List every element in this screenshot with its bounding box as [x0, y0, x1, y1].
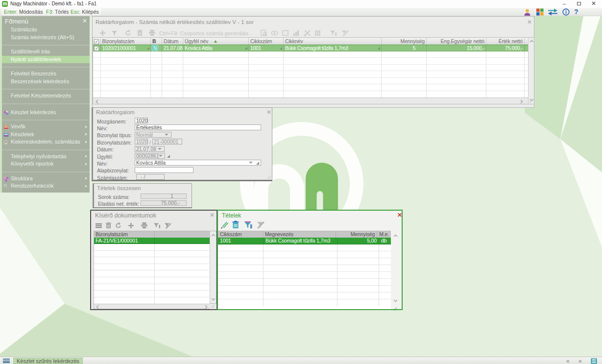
- filter-clear-icon[interactable]: [164, 221, 172, 230]
- header-ertek-netto[interactable]: Érték nettó: [486, 38, 525, 45]
- table-row-selected[interactable]: 1001 Bükk Csomagolt tűzifa 1,7m3 5,00 db: [218, 238, 391, 244]
- window-close-icon[interactable]: ✕: [396, 212, 403, 218]
- sidebar-close-icon[interactable]: ✕: [81, 17, 88, 24]
- dropdown-icon[interactable]: [159, 155, 163, 157]
- dialog-close-icon[interactable]: ✕: [265, 109, 272, 116]
- sidebar-item-keszlet-lekerdezes[interactable]: Készlet lekérdezés: [2, 109, 90, 117]
- close-button[interactable]: ✕: [587, 0, 601, 7]
- horizontal-scrollbar[interactable]: [94, 304, 210, 309]
- header-cikkszam[interactable]: Cikkszám: [249, 38, 284, 45]
- header-cikknev[interactable]: Cikknév: [284, 38, 382, 45]
- header-me[interactable]: M.e.: [377, 231, 391, 238]
- restore-button[interactable]: [572, 0, 586, 7]
- scroll-down-icon[interactable]: [393, 298, 398, 303]
- lookup-corner-icon[interactable]: [256, 162, 259, 165]
- scroll-left-icon[interactable]: [96, 305, 100, 309]
- window-icon[interactable]: [281, 29, 289, 37]
- scroll-up-icon[interactable]: [393, 234, 398, 238]
- nev-field[interactable]: Értékesítés: [135, 124, 261, 130]
- bizonylatszam-field[interactable]: 21-000001: [152, 139, 182, 145]
- delete-icon[interactable]: [231, 220, 241, 230]
- vertical-scrollbar[interactable]: ✓: [391, 231, 401, 309]
- dropdown-icon[interactable]: [158, 148, 162, 150]
- add-icon[interactable]: [98, 29, 107, 37]
- grid-ok-icon[interactable]: ✓: [529, 98, 533, 104]
- header-bizonylatszam[interactable]: Bizonylatszám: [101, 38, 151, 45]
- window-close-icon[interactable]: ✕: [526, 19, 533, 25]
- row-checkbox[interactable]: ✓: [93, 45, 101, 51]
- window-close-icon[interactable]: ✕: [209, 212, 216, 218]
- header-b[interactable]: B: [151, 38, 162, 45]
- header-datum[interactable]: Dátum: [162, 38, 183, 45]
- scroll-left-icon[interactable]: [95, 99, 99, 104]
- print-icon[interactable]: [140, 221, 148, 230]
- eye-icon[interactable]: [270, 29, 279, 37]
- menu-icon[interactable]: [95, 221, 103, 230]
- header-checkbox[interactable]: ✓: [93, 38, 101, 45]
- nav-back-icon[interactable]: «: [566, 358, 569, 364]
- edit-pencil-icon[interactable]: [219, 220, 229, 230]
- minimize-button[interactable]: –: [557, 0, 571, 7]
- sidebar-item-rendszerfunkciok[interactable]: Rendszerfunkciók: [2, 182, 90, 190]
- preview-icon[interactable]: [260, 29, 268, 37]
- filter-apply-icon[interactable]: [153, 221, 161, 230]
- vertical-scrollbar[interactable]: [210, 231, 217, 304]
- scroll-right-icon[interactable]: [204, 305, 208, 309]
- document-list-icon[interactable]: [591, 358, 597, 364]
- table-row-selected[interactable]: FA-21/VE1/000001: [94, 238, 210, 244]
- sidebar-item-szamla-lekerdezes[interactable]: Számla lekérdezés (Alt+S): [2, 34, 90, 42]
- horizontal-scrollbar[interactable]: [93, 97, 528, 104]
- table-row-selected[interactable]: ✓ 1020/21000001 N 21.07.08 Kovács Attila…: [93, 45, 528, 51]
- sidebar-item-szamlazas[interactable]: Számlázás: [2, 26, 90, 34]
- export-icon[interactable]: [313, 29, 322, 37]
- filter-apply-icon[interactable]: [243, 220, 253, 230]
- user-icon[interactable]: [523, 8, 531, 16]
- scroll-down-icon[interactable]: [211, 297, 216, 301]
- header-mennyiseg[interactable]: Mennyiség: [382, 38, 427, 45]
- sidebar-item-konyveloi[interactable]: Könyvelői riportok: [2, 160, 90, 168]
- bizonylatszam-prefix-field[interactable]: 1020: [135, 139, 148, 145]
- header-cikkszam[interactable]: Cikkszám: [218, 231, 263, 238]
- shortcut-delete[interactable]: F3: Törlés: [44, 8, 71, 15]
- help-icon[interactable]: ?: [574, 8, 578, 16]
- scroll-up-icon[interactable]: [530, 39, 534, 44]
- dropdown-icon[interactable]: [165, 134, 169, 136]
- alapbizonylat-field[interactable]: [135, 167, 193, 173]
- filter-clear-icon[interactable]: [256, 220, 265, 230]
- delete-icon[interactable]: [104, 221, 113, 230]
- print-icon[interactable]: [148, 29, 156, 37]
- scroll-right-icon[interactable]: [519, 99, 524, 104]
- shortcut-modify[interactable]: Enter: Módosítás: [2, 8, 45, 15]
- sidebar-item-nyitott-szallitolevelek[interactable]: Nyitott szállítólevelek: [2, 56, 90, 64]
- filter-icon[interactable]: [110, 29, 119, 37]
- refresh-icon[interactable]: [114, 221, 122, 230]
- scroll-up-icon[interactable]: [211, 233, 216, 238]
- vertical-scrollbar[interactable]: [528, 37, 534, 104]
- sync-arrows-icon[interactable]: [548, 8, 558, 16]
- filter-apply-icon[interactable]: [329, 29, 337, 37]
- header-eng-egysegar[interactable]: Eng.Egységár nettó: [427, 38, 486, 45]
- filter-clear-icon[interactable]: [341, 29, 349, 37]
- lookup-corner-icon[interactable]: [167, 155, 170, 158]
- sidebar-item-kiskereskedelem[interactable]: Kiskereskedelem, számlázás: [2, 138, 90, 146]
- header-bizonylatszam[interactable]: Bizonylatszám: [94, 231, 155, 238]
- sidebar-item-struktura[interactable]: Struktúra: [2, 175, 90, 183]
- refresh-icon[interactable]: [124, 29, 132, 37]
- sidebar-item-vevok[interactable]: Vevők: [2, 123, 90, 131]
- grid-ok-icon[interactable]: ✓: [211, 303, 216, 310]
- dialog-ok-icon[interactable]: ✓: [267, 174, 272, 181]
- modules-grid-icon[interactable]: [536, 8, 544, 16]
- sidebar-item-keszletek[interactable]: Készletek: [2, 131, 90, 139]
- header-mennyiseg[interactable]: Mennyiség: [336, 231, 377, 238]
- chart-icon[interactable]: [292, 29, 300, 37]
- dropdown-icon[interactable]: [249, 162, 253, 164]
- info-icon[interactable]: [562, 8, 570, 16]
- grid-ok-icon[interactable]: ✓: [393, 306, 398, 313]
- add-icon[interactable]: [127, 221, 135, 230]
- szamlaszam-field[interactable]: - /: [136, 174, 165, 180]
- menu-icon[interactable]: [3, 359, 10, 363]
- shortcut-exit[interactable]: Esc: Kilépés: [69, 8, 101, 15]
- sidebar-item-szallitolevel-iras[interactable]: Szállítólevél írás: [2, 48, 90, 56]
- sidebar-item-telephelyi[interactable]: Telephelyi nyilvántartás: [2, 153, 90, 161]
- nav-forward-icon[interactable]: »: [578, 358, 581, 364]
